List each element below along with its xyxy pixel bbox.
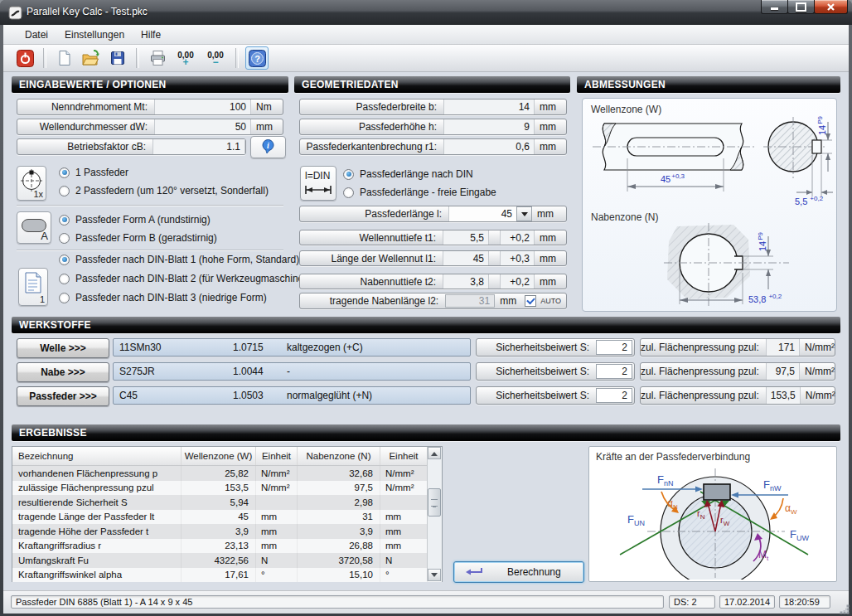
radio-laenge-frei[interactable]: Passfederlänge - freie Eingabe (343, 187, 496, 198)
radio-label: 1 Passfeder (75, 167, 128, 178)
radio-icon (59, 215, 70, 226)
auto-checkbox[interactable] (525, 295, 536, 307)
arrow-up-icon (431, 449, 438, 456)
svg-text:14P9: 14P9 (816, 115, 827, 135)
title-bar[interactable]: Parallel Key Calc - Test.pkc (0, 0, 852, 25)
passfederlaenge-input[interactable]: 45 (448, 206, 516, 221)
col-einheit-n[interactable]: Einheit (380, 447, 428, 465)
betriebsfaktor-input[interactable]: 1.1 (152, 139, 245, 154)
length-arrow-icon (304, 185, 332, 195)
save-button[interactable] (106, 46, 129, 70)
svg-text:45+0,3: 45+0,3 (661, 172, 685, 184)
print-button[interactable] (146, 46, 169, 70)
radio-din-blatt-2[interactable]: Passfeder nach DIN-Blatt 2 (für Werkzeug… (59, 273, 312, 284)
field-unit: mm (495, 293, 525, 308)
key-count-icon-button: 1x (17, 166, 46, 201)
shaft-cross-section-icon (20, 168, 43, 192)
col-wellenzone[interactable]: Wellenzone (W) (182, 447, 256, 465)
din-sheet-icon-button: 1 (18, 268, 48, 306)
svg-text:FnW: FnW (763, 478, 782, 492)
enter-icon (464, 566, 484, 578)
menu-einstellungen[interactable]: Einstellungen (56, 26, 133, 44)
menu-hilfe[interactable]: Hilfe (133, 26, 169, 44)
shaft-drawing: 45+0,3 14P9 5,5+0,2 (584, 115, 835, 208)
section-header-inputs: EINGABEWERTE / OPTIONEN (12, 76, 288, 93)
new-file-button[interactable] (53, 46, 76, 70)
col-bezeichnung[interactable]: Bezeichnung (12, 447, 182, 465)
welle-pressure-row: zul. Flächenpressung pzul: 171 N/mm² (640, 338, 835, 357)
welle-material-button[interactable]: Welle >>> (17, 338, 109, 358)
resize-grip[interactable] (837, 602, 845, 610)
welle-safety-row: Sicherheitsbeiwert S: 2 (476, 338, 635, 357)
table-scrollbar[interactable] (427, 447, 442, 581)
nabe-safety-row: Sicherheitsbeiwert S: 2 (476, 362, 635, 381)
field-unit: mm (535, 99, 566, 114)
table-row: zulässige Flächenpressung pzul 153,5 N/m… (12, 481, 442, 496)
passfederbreite-input[interactable]: 14 (443, 99, 535, 114)
menu-datei[interactable]: Datei (17, 26, 56, 44)
material-name: S275JR (119, 363, 155, 380)
scrollbar-thumb[interactable] (428, 488, 441, 517)
info-button[interactable]: i (250, 136, 286, 158)
radio-laenge-din[interactable]: Passfederlänge nach DIN (343, 168, 473, 180)
print-icon (149, 50, 167, 66)
maximize-button[interactable] (787, 0, 815, 14)
forces-title: Kräfte an der Passfederverbindung (596, 451, 750, 463)
field-nabenlaenge: tragende Nabenlänge l2: 31 mm AUTO (299, 293, 567, 309)
help-button[interactable]: ? (245, 46, 269, 70)
col-einheit-w[interactable]: Einheit (256, 447, 298, 465)
radio-form-b[interactable]: Passfeder Form B (geradstirnig) (59, 232, 217, 244)
save-icon (109, 50, 126, 66)
nabe-material-button[interactable]: Nabe >>> (17, 362, 109, 382)
pressure-label: zul. Flächenpressung pzul: (641, 339, 766, 356)
wellendurchmesser-input[interactable]: 50 (154, 119, 251, 134)
material-condition: - (287, 363, 290, 380)
material-number: 1.0503 (233, 387, 264, 404)
passfeder-material-button[interactable]: Passfeder >>> (17, 386, 109, 406)
decimal-increase-button[interactable]: 0,00 + (172, 47, 199, 69)
scroll-up-button[interactable] (428, 447, 441, 459)
passfederlaenge-dropdown-button[interactable] (516, 206, 532, 221)
radio-din-blatt-3[interactable]: Passfeder nach DIN-Blatt 3 (niedrige For… (59, 292, 267, 303)
nabe-safety-input[interactable]: 2 (596, 364, 632, 379)
nenndrehmoment-input[interactable]: 100 (154, 99, 251, 114)
close-icon (826, 2, 835, 12)
toolbar-separator (43, 48, 46, 68)
welle-safety-input[interactable]: 2 (596, 340, 632, 355)
field-unit: mm (251, 119, 283, 134)
welle-pressure-value: 171 (766, 339, 800, 356)
field-unit: mm (535, 230, 566, 245)
material-number: 1.0044 (233, 363, 264, 380)
section-header-dimensions: ABMESSUNGEN (577, 76, 840, 93)
minimize-button[interactable] (761, 0, 788, 14)
berechnung-button[interactable]: Berechnung (453, 561, 584, 583)
auto-checkbox-group[interactable]: AUTO (525, 293, 566, 308)
pressure-label: zul. Flächenpressung pzul: (641, 387, 766, 404)
radio-label: Passfeder nach DIN-Blatt 1 (hohe Form, S… (75, 254, 299, 265)
scroll-down-button[interactable] (428, 569, 441, 581)
radio-icon (59, 274, 70, 284)
status-time-box: 18:20:59 (779, 595, 830, 609)
material-name: 11SMn30 (119, 339, 161, 356)
radio-2-passfedern[interactable]: 2 Passfedern (um 120° versetzt, Sonderfa… (59, 185, 269, 196)
document-icon (25, 272, 41, 293)
close-button[interactable] (814, 0, 848, 14)
passfederhoehe-input[interactable]: 9 (443, 119, 535, 134)
kantenbrechung-input[interactable]: 0,6 (443, 139, 535, 154)
passfeder-safety-input[interactable]: 2 (596, 388, 632, 403)
exit-button[interactable] (13, 46, 36, 70)
open-file-button[interactable] (80, 46, 103, 70)
radio-form-a[interactable]: Passfeder Form A (rundstirnig) (59, 214, 211, 226)
radio-din-blatt-1[interactable]: Passfeder nach DIN-Blatt 1 (hohe Form, S… (59, 254, 299, 265)
radio-1-passfeder[interactable]: 1 Passfeder (59, 167, 128, 178)
auto-label: AUTO (540, 297, 561, 305)
svg-text:14P9: 14P9 (757, 231, 767, 251)
field-unit: mm (532, 206, 566, 221)
table-row: resultierende Sicherheit S 5,94 2,98 (12, 495, 442, 510)
minimize-icon (771, 7, 778, 10)
passfeder-pressure-row: zul. Flächenpressung pzul: 153,5 N/mm² (640, 386, 835, 405)
col-nabenzone[interactable]: Nabenzone (N) (298, 447, 380, 465)
svg-text:FUN: FUN (627, 513, 645, 527)
decimal-decrease-button[interactable]: 0,00 − (202, 47, 229, 69)
field-nabennuttiefe: Nabennuttiefe t2: 3,8 +0,2 mm (299, 274, 567, 289)
